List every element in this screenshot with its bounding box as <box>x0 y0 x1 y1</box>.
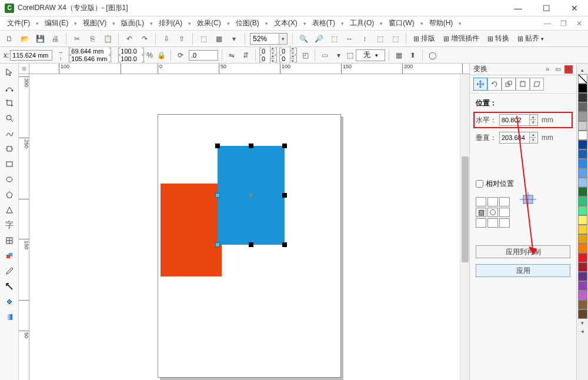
doc-minimize-button[interactable]: — <box>542 19 553 28</box>
ruler-vertical[interactable]: 30025015050 <box>19 74 29 380</box>
color-swatch[interactable] <box>578 225 587 234</box>
color-swatch[interactable] <box>578 244 587 253</box>
height-input[interactable] <box>69 55 111 62</box>
wrap-text-icon[interactable]: ▦ <box>393 49 405 61</box>
eyedropper-tool-icon[interactable] <box>2 265 16 278</box>
anchor-mr[interactable] <box>499 208 510 217</box>
polygon-tool-icon[interactable] <box>2 188 16 201</box>
doc-restore-button[interactable]: ❐ <box>558 19 569 28</box>
copy-icon[interactable]: ⎘ <box>86 33 98 45</box>
zoom-dropdown-icon[interactable]: ▾ <box>279 34 287 44</box>
rotate-icon[interactable]: ⟳ <box>175 49 186 61</box>
menu-bitmap[interactable]: 位图(B) <box>232 17 263 29</box>
welcome-icon[interactable]: ⬚ <box>198 33 209 45</box>
scrollbar-vertical[interactable] <box>460 74 469 380</box>
text-tool-icon[interactable]: 字 <box>2 219 16 232</box>
lock-ratio-icon[interactable]: 🔒 <box>155 49 167 61</box>
zoom-combo[interactable]: ▾ <box>250 33 288 45</box>
zoom-tool-icon[interactable] <box>2 112 16 125</box>
close-button[interactable]: ✕ <box>566 4 583 13</box>
tab-rotate[interactable] <box>487 78 502 91</box>
color-swatch[interactable] <box>578 131 587 140</box>
zoom-input[interactable] <box>250 35 279 43</box>
paste-icon[interactable]: 📋 <box>102 33 113 45</box>
zoom-out-icon[interactable]: 🔎 <box>313 33 325 45</box>
vertical-spinner[interactable]: ▴▾ <box>529 132 536 143</box>
doc-close-button[interactable]: ✕ <box>574 19 584 28</box>
color-swatch[interactable] <box>578 234 587 244</box>
ellipse-tool-icon[interactable] <box>2 173 16 186</box>
horizontal-input[interactable]: ▴▾ <box>499 114 538 126</box>
menu-layout[interactable]: 版面(L) <box>118 17 148 29</box>
outline-tool-icon[interactable] <box>2 280 16 293</box>
tab-position[interactable] <box>473 78 487 91</box>
menu-window[interactable]: 窗口(W) <box>385 17 417 29</box>
ruler-corner[interactable]: ⊕ <box>19 64 29 74</box>
selection-handle[interactable] <box>249 242 253 247</box>
to-front-icon[interactable]: ⬆ <box>407 49 419 61</box>
apply-to-duplicate-button[interactable]: 应用到再制 <box>476 245 570 258</box>
anchor-tr[interactable] <box>499 197 510 206</box>
interactive-fill-icon[interactable] <box>2 311 16 324</box>
color-swatch[interactable] <box>578 168 587 178</box>
scale-x-input[interactable] <box>118 48 144 55</box>
ruler-horizontal[interactable]: 100050100150200 <box>29 64 469 74</box>
color-swatch[interactable] <box>578 309 587 319</box>
width-input[interactable] <box>69 48 111 55</box>
color-swatch[interactable] <box>578 149 587 159</box>
anchor-bl[interactable] <box>476 218 486 228</box>
scale-y-input[interactable] <box>118 55 144 62</box>
open-icon[interactable]: 📂 <box>19 33 31 45</box>
zoom-in-icon[interactable]: 🔍 <box>298 33 309 45</box>
app-launcher-icon[interactable]: ▦ <box>213 33 225 45</box>
outline-icon[interactable]: ▭ <box>319 49 330 61</box>
selection-handle[interactable] <box>215 193 220 198</box>
cut-icon[interactable]: ✂ <box>71 33 83 45</box>
spinner-d[interactable]: ▴▾ <box>279 55 297 62</box>
undo-icon[interactable]: ↶ <box>123 33 135 45</box>
selection-handle[interactable] <box>215 242 220 247</box>
selection-handle[interactable] <box>282 193 287 198</box>
menu-effect[interactable]: 效果(C) <box>193 17 225 29</box>
new-doc-icon[interactable]: 🗋 <box>4 33 15 45</box>
rectangle-tool-icon[interactable] <box>2 158 16 171</box>
smart-draw-icon[interactable] <box>2 142 16 155</box>
dropdown-icon[interactable]: ▾ <box>228 33 240 45</box>
palette-up-icon[interactable]: ▴ <box>581 66 584 74</box>
menu-view[interactable]: 视图(V) <box>79 17 110 29</box>
layout-button[interactable]: ⊞排版 <box>411 32 437 45</box>
table-tool-icon[interactable] <box>2 234 16 247</box>
export-icon[interactable]: ⇧ <box>176 33 188 45</box>
zoom-width-icon[interactable]: ↔ <box>343 33 355 45</box>
color-swatch[interactable] <box>578 178 587 187</box>
convert-curve-icon[interactable]: ◯ <box>426 49 438 61</box>
anchor-center[interactable] <box>487 208 498 217</box>
palette-expand-icon[interactable]: ◂ <box>581 327 584 335</box>
menu-file[interactable]: 文件(F) <box>4 17 34 29</box>
menu-arrange[interactable]: 排列(A) <box>155 17 186 29</box>
shape-tool-icon[interactable] <box>2 81 16 94</box>
relative-checkbox[interactable] <box>476 180 483 188</box>
menu-help[interactable]: 帮助(H) <box>426 17 457 29</box>
freehand-tool-icon[interactable] <box>2 127 16 140</box>
maximize-button[interactable]: ☐ <box>537 4 555 13</box>
color-swatch[interactable] <box>578 253 587 262</box>
mirror-v-icon[interactable]: ⇵ <box>240 49 252 61</box>
save-icon[interactable]: 💾 <box>34 33 46 45</box>
menu-text[interactable]: 文本(X) <box>270 17 301 29</box>
tab-size[interactable] <box>516 78 530 91</box>
scrollbar-thumb[interactable] <box>462 156 469 262</box>
selection-handle[interactable] <box>282 144 287 148</box>
rotate-input[interactable] <box>189 50 218 61</box>
apply-button[interactable]: 应用 <box>476 264 570 277</box>
mirror-h-icon[interactable]: ⇋ <box>226 49 238 61</box>
minimize-button[interactable]: — <box>509 4 527 13</box>
interactive-tool-icon[interactable] <box>2 249 16 262</box>
anchor-ml[interactable]: ▨ <box>476 208 486 217</box>
corner-radius-icon[interactable]: ◰ <box>299 49 311 61</box>
color-swatch[interactable] <box>578 112 587 121</box>
fill-tool-icon[interactable] <box>2 295 16 308</box>
color-swatch[interactable] <box>578 102 587 112</box>
color-swatch[interactable] <box>578 206 587 215</box>
color-swatch[interactable] <box>578 140 587 149</box>
